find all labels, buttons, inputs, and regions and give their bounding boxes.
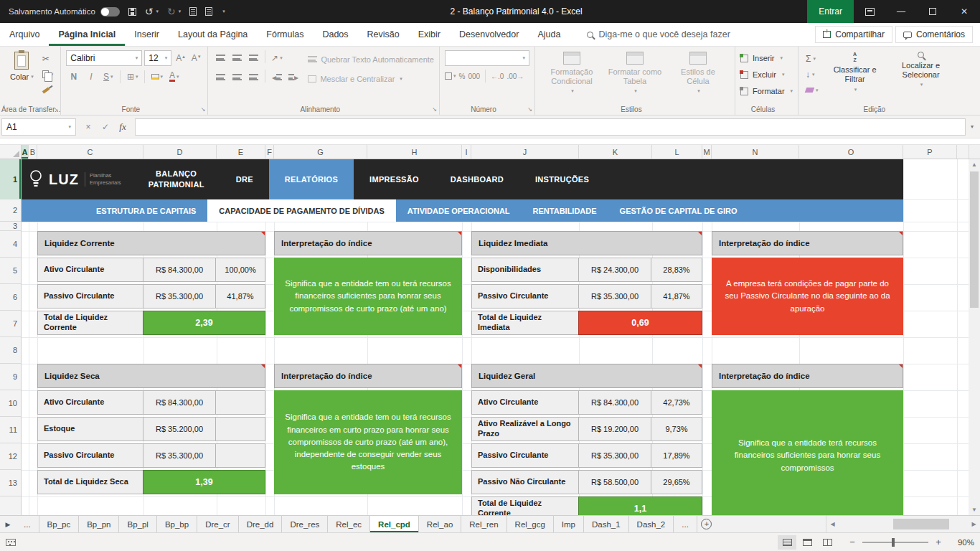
autosave-toggle[interactable]: Salvamento Automático <box>9 7 120 17</box>
row-label-cell[interactable]: Ativo Circulante <box>37 390 143 415</box>
conditional-formatting-button[interactable]: Formatação Condicional▾ <box>540 50 603 103</box>
table-title[interactable]: Liquidez Geral <box>471 364 702 388</box>
scroll-left-icon[interactable]: ◀ <box>826 516 839 532</box>
nav-relatorios[interactable]: RELATÓRIOS <box>269 159 354 199</box>
row-value-cell[interactable]: R$ 58.500,00 <box>578 470 651 494</box>
redo-dropdown-icon[interactable]: ▾ <box>179 9 182 14</box>
row-value-cell[interactable]: R$ 84.300,00 <box>143 258 216 282</box>
row-label-cell[interactable]: Estoque <box>37 417 143 441</box>
column-header-C[interactable]: C <box>37 145 143 159</box>
new-sheet-button[interactable]: + <box>697 516 716 532</box>
increase-decimal-button[interactable]: ←.0 <box>491 72 504 80</box>
row-percent-cell[interactable]: 9,73% <box>651 417 702 441</box>
font-name-select[interactable]: Calibri▾ <box>66 50 142 66</box>
row-label-cell[interactable]: Ativo Circulante <box>37 258 143 282</box>
row-percent-cell[interactable]: 41,87% <box>651 284 702 309</box>
subnav-atividade-operacional[interactable]: ATIVIDADE OPERACIONAL <box>396 199 522 222</box>
tab-layout-da-pagina[interactable]: Layout da Página <box>169 23 257 46</box>
horizontal-scroll-thumb[interactable] <box>893 519 949 529</box>
column-header-M[interactable]: M <box>702 145 712 159</box>
comma-style-button[interactable]: 000 <box>468 72 480 80</box>
sheet-tab-rel-cpd[interactable]: Rel_cpd <box>370 516 419 532</box>
row-header-10[interactable]: 10 <box>0 390 21 417</box>
row-value-cell[interactable]: R$ 24.300,00 <box>578 258 651 282</box>
copy-button[interactable]: ▾ <box>40 67 56 81</box>
align-top-button[interactable] <box>213 50 228 65</box>
row-percent-cell[interactable] <box>215 443 265 468</box>
qat-custom-button-2[interactable] <box>205 7 212 16</box>
interpretation-text[interactable]: Significa que a entidade tem ou terá rec… <box>274 258 462 335</box>
scroll-up-icon[interactable]: ▲ <box>969 159 980 170</box>
total-label-cell[interactable]: Total de Liquidez Seca <box>37 470 143 494</box>
tab-arquivo[interactable]: Arquivo <box>0 23 49 46</box>
interpretation-title[interactable]: Interpretação do índice <box>274 364 462 388</box>
nav-instrucoes[interactable]: INSTRUÇÕES <box>519 159 605 199</box>
number-format-select[interactable]: ▾ <box>445 50 529 66</box>
wrap-text-button[interactable]: Quebrar Texto Automaticamente <box>308 52 434 67</box>
font-color-button[interactable]: A▾ <box>166 69 182 84</box>
alignment-dialog-launcher[interactable]: ↘ <box>432 107 437 113</box>
sheet-tab-overflow-left[interactable]: ... <box>16 516 39 532</box>
percent-style-button[interactable]: % <box>458 72 465 80</box>
tab-revisao[interactable]: Revisão <box>358 23 409 46</box>
sheet-tab-bp-pn[interactable]: Bp_pn <box>79 516 119 532</box>
find-select-button[interactable]: Localizar e Selecionar▾ <box>890 50 953 103</box>
row-value-cell[interactable]: R$ 19.200,00 <box>578 417 651 441</box>
nav-dashboard[interactable]: DASHBOARD <box>435 159 519 199</box>
undo-dropdown-icon[interactable]: ▾ <box>156 9 159 14</box>
delete-cells-button[interactable]: Excluir▾ <box>740 67 793 82</box>
scroll-down-icon[interactable]: ▼ <box>969 504 980 515</box>
row-value-cell[interactable]: R$ 35.300,00 <box>578 443 651 468</box>
insert-function-button[interactable]: fx <box>115 119 131 135</box>
table-title[interactable]: Liquidez Corrente <box>37 231 265 255</box>
tab-inserir[interactable]: Inserir <box>125 23 169 46</box>
total-label-cell[interactable]: Total de Liquidez Corrente <box>37 311 143 335</box>
column-header-J[interactable]: J <box>471 145 579 159</box>
merge-center-button[interactable]: Mesclar e Centralizar▾ <box>308 71 434 86</box>
column-header-F[interactable]: F <box>265 145 274 159</box>
row-value-cell[interactable]: R$ 35.300,00 <box>143 284 216 309</box>
sheet-tab-dre-dd[interactable]: Dre_dd <box>239 516 283 532</box>
row-value-cell[interactable]: R$ 84.300,00 <box>143 390 216 415</box>
sheet-tab-dre-cr[interactable]: Dre_cr <box>197 516 239 532</box>
italic-button[interactable]: I <box>83 69 98 84</box>
horizontal-scroll-track[interactable] <box>839 516 968 532</box>
increase-indent-button[interactable]: ▸ <box>286 70 301 85</box>
align-left-button[interactable] <box>213 70 228 85</box>
column-header-E[interactable]: E <box>217 145 265 159</box>
tell-me-search[interactable]: Diga-me o que você deseja fazer <box>587 23 730 46</box>
font-size-select[interactable]: 12▾ <box>144 50 171 66</box>
row-header-5[interactable]: 5 <box>0 258 21 284</box>
toggle-switch-icon[interactable] <box>100 7 120 17</box>
clear-button[interactable]: ▾ <box>804 83 821 97</box>
expand-formula-bar-icon[interactable]: ▾ <box>966 123 979 130</box>
fill-button[interactable]: ↓▾ <box>804 67 821 81</box>
align-bottom-button[interactable] <box>246 50 261 65</box>
row-header-7[interactable]: 7 <box>0 311 21 337</box>
name-box[interactable]: A1 ▾ <box>1 118 76 136</box>
row-label-cell[interactable]: Disponibilidades <box>471 258 579 282</box>
row-label-cell[interactable]: Ativo Realizável a Longo Prazo <box>471 417 579 441</box>
row-header-1[interactable]: 1 <box>0 159 21 199</box>
interpretation-text[interactable]: Significa que a entidade terá recursos f… <box>712 390 903 515</box>
select-all-corner[interactable] <box>0 145 22 159</box>
confirm-entry-button[interactable]: ✓ <box>98 119 113 135</box>
row-percent-cell[interactable]: 100,00% <box>215 258 265 282</box>
row-value-cell[interactable]: R$ 35.300,00 <box>578 284 651 309</box>
vertical-scroll-thumb[interactable] <box>970 171 979 308</box>
row-header-4[interactable]: 4 <box>0 231 21 258</box>
format-painter-button[interactable] <box>40 83 56 97</box>
tab-desenvolvedor[interactable]: Desenvolvedor <box>450 23 528 46</box>
borders-button[interactable]: ⊞▾ <box>125 69 140 84</box>
cut-button[interactable]: ✂ <box>40 52 56 65</box>
fill-color-button[interactable]: ▾ <box>149 69 164 84</box>
sheet-tab-overflow-right[interactable]: ... <box>674 516 697 532</box>
column-header-K[interactable]: K <box>579 145 652 159</box>
subnav-capacidade-pagamento-dividas[interactable]: CAPACIDADE DE PAGAMENTO DE DÍVIDAS <box>207 199 395 222</box>
minimize-button[interactable]: — <box>885 0 917 23</box>
zoom-out-button[interactable]: − <box>847 537 858 547</box>
sheet-tab-dre-res[interactable]: Dre_res <box>282 516 328 532</box>
column-header-H[interactable]: H <box>367 145 462 159</box>
column-header-L[interactable]: L <box>652 145 702 159</box>
zoom-slider-thumb[interactable] <box>892 538 895 547</box>
